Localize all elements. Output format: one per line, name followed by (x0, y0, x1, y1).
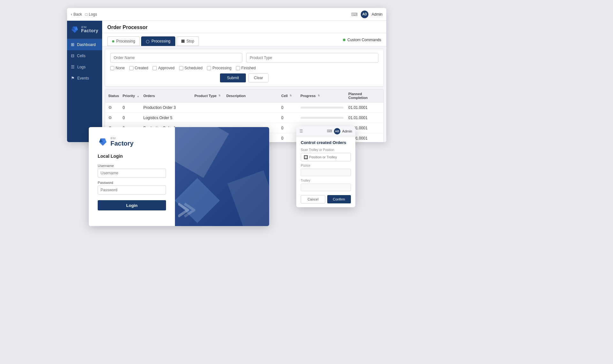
main-app-window: ‹ Back □ Logs ⌨ AD Admin (67, 8, 386, 142)
control-admin-label: Admin (342, 129, 352, 133)
login-button[interactable]: Login (98, 200, 166, 210)
logs-button[interactable]: □ Logs (85, 12, 97, 17)
confirm-button[interactable]: Confirm (327, 195, 351, 203)
back-button[interactable]: ‹ Back (71, 12, 82, 17)
table-row: ⚙ 0 Logistics Order 5 0 01.01.0001 (105, 113, 383, 123)
tab3-label: Stop (186, 39, 194, 43)
control-title: Control created Orders (301, 140, 351, 145)
custom-cmd-dot-icon (343, 39, 345, 41)
checkbox-approved[interactable]: Approved (153, 66, 174, 70)
submit-button[interactable]: Submit (220, 73, 246, 82)
control-notification-icon[interactable]: ⌨ (327, 129, 332, 133)
status-gear-icon: ⚙ (108, 115, 123, 120)
position-label: Pozice (301, 164, 351, 167)
order-name-input[interactable] (110, 53, 242, 63)
col-priority: Priority ▲ (123, 94, 143, 98)
back-chevron-icon: ‹ (71, 12, 72, 17)
control-topbar: ☰ ⌨ AD Admin (296, 126, 355, 136)
username-label: Username (98, 164, 166, 168)
login-chevron-icon (178, 201, 204, 220)
sidebar-label-logs: Logs (77, 65, 86, 69)
admin-label: Admin (372, 12, 382, 17)
cancel-button[interactable]: Cancel (301, 195, 325, 203)
hamburger-icon[interactable]: ☰ (299, 129, 303, 133)
tab2-label: Processing (151, 39, 170, 43)
login-brand: Factory (110, 140, 133, 147)
filter-area: None Created Approved Scheduled (105, 49, 384, 87)
col-status: Status (108, 94, 123, 98)
col-orders: Orders (143, 94, 194, 98)
logo-brand: Factory (81, 28, 98, 33)
order-name: Logistics Order 5 (143, 116, 194, 120)
main-content: Order Processor Processing ◯ Processing … (102, 21, 386, 142)
checkbox-scheduled[interactable]: Scheduled (179, 66, 203, 70)
login-image-panel (175, 127, 269, 226)
order-name: Production Order 3 (143, 105, 194, 110)
back-label: Back (73, 12, 82, 17)
checkbox-box-none (110, 66, 114, 70)
planned-date: 01.01.0001 (348, 116, 374, 120)
checkbox-created[interactable]: Created (129, 66, 148, 70)
topbar-right: ⌨ AD Admin (351, 11, 382, 18)
stop-icon (181, 40, 185, 43)
sidebar-label-dashboard: Dashboard (77, 42, 96, 47)
checkbox-label-created: Created (135, 66, 148, 70)
username-input[interactable] (98, 169, 166, 178)
col-planned: Planned Completion (348, 92, 374, 100)
scan-label: Scan Trolley or Position (301, 148, 351, 152)
password-input[interactable] (98, 186, 166, 194)
checkbox-none[interactable]: None (110, 66, 125, 70)
position-readonly (301, 169, 351, 176)
password-label: Password (98, 181, 166, 185)
table-row: ⚙ 0 Production Order 3 0 01.01.0001 (105, 102, 383, 113)
dashboard-icon: ⊞ (71, 42, 74, 47)
col-description: Description (226, 94, 281, 98)
control-actions: Cancel Confirm (301, 195, 351, 203)
login-logo-icon (98, 137, 108, 147)
tab-processing-2[interactable]: ◯ Processing (141, 36, 175, 46)
checkbox-label-finished: Finished (241, 66, 256, 70)
checkbox-box-scheduled (179, 66, 183, 70)
progress-bar (300, 117, 344, 119)
status-gear-icon: ⚙ (108, 105, 123, 110)
login-title: Local Login (98, 154, 166, 159)
checkbox-label-scheduled: Scheduled (185, 66, 203, 70)
scan-input[interactable] (301, 153, 351, 161)
sidebar-logo: IFM Factory (67, 21, 102, 39)
filter-inputs (110, 53, 378, 63)
login-form: IFM Factory Local Login Username Passwor… (89, 127, 175, 226)
login-brand-sub: IFM (110, 137, 133, 140)
checkbox-processing[interactable]: Processing (207, 66, 231, 70)
notification-icon[interactable]: ⌨ (351, 11, 358, 18)
checkbox-finished[interactable]: Finished (236, 66, 256, 70)
tab-stop[interactable]: Stop (177, 36, 199, 46)
progress-bar (300, 107, 344, 109)
sidebar-item-events[interactable]: ⚑ Events (67, 72, 102, 84)
login-logo: IFM Factory (98, 137, 166, 147)
checkbox-box-approved (153, 66, 157, 70)
control-avatar[interactable]: AD (334, 128, 340, 134)
custom-commands-label: Custom Commands (347, 38, 381, 42)
user-avatar[interactable]: AD (361, 11, 368, 18)
cells-icon: ⊟ (71, 53, 74, 58)
checkbox-label-processing: Processing (212, 66, 231, 70)
col-product-type: Product Type ⇅ (194, 94, 226, 98)
tab-processing-1[interactable]: Processing (107, 36, 140, 46)
sidebar-item-dashboard[interactable]: ⊞ Dashboard (67, 39, 102, 50)
checkbox-box-processing (207, 66, 211, 70)
trolley-readonly (301, 184, 351, 191)
checkbox-box-created (129, 66, 133, 70)
sidebar-item-logs[interactable]: ☰ Logs (67, 61, 102, 72)
cell-value: 0 (281, 116, 300, 120)
login-shape-2 (227, 171, 269, 226)
app-body: IFM Factory ⊞ Dashboard ⊟ Cells ☰ Logs ⚑… (67, 21, 386, 142)
product-type-input[interactable] (246, 53, 378, 63)
trolley-label: Trolley (301, 179, 351, 182)
checkbox-label-none: None (116, 66, 125, 70)
control-body: Control created Orders Scan Trolley or P… (296, 136, 355, 207)
topbar-nav: ‹ Back □ Logs (71, 12, 97, 17)
sidebar-item-cells[interactable]: ⊟ Cells (67, 50, 102, 61)
clear-button[interactable]: Clear (248, 73, 269, 82)
processing-tabs: Processing ◯ Processing Stop Custom Comm… (102, 33, 386, 46)
col-cell: Cell ⇅ (281, 94, 300, 98)
